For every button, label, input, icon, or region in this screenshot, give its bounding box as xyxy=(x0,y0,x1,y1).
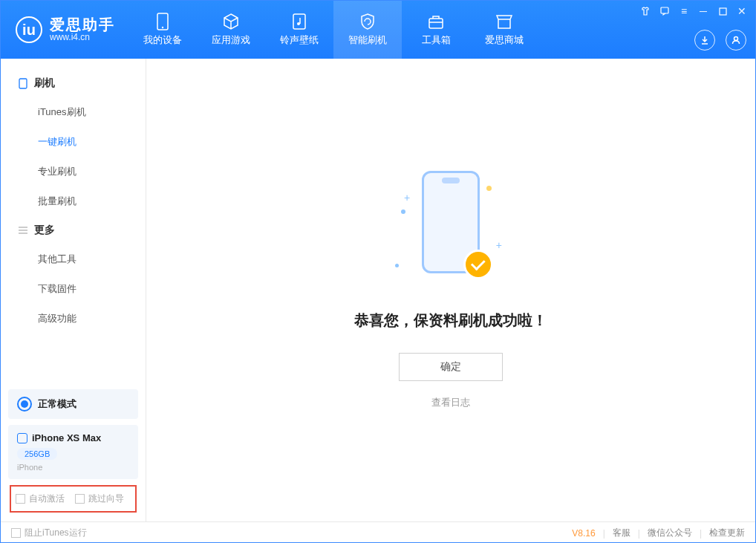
support-link[interactable]: 客服 xyxy=(613,527,630,539)
tab-label: 应用游戏 xyxy=(212,33,250,47)
tab-smart-flash[interactable]: 智能刷机 xyxy=(333,1,402,59)
sidebar-item-onekey-flash[interactable]: 一键刷机 xyxy=(1,127,146,157)
tab-label: 智能刷机 xyxy=(348,33,387,47)
feedback-icon[interactable] xyxy=(659,5,671,17)
header-bar: iu 爱思助手 www.i4.cn 我的设备 应用游戏 铃声壁纸 智能刷机 工具… xyxy=(1,1,755,59)
view-log-link[interactable]: 查看日志 xyxy=(431,396,470,409)
phone-small-icon xyxy=(17,433,27,443)
toolbox-icon xyxy=(427,13,445,30)
success-illustration: ++ xyxy=(395,171,506,290)
device-info-card[interactable]: iPhone XS Max 256GB iPhone xyxy=(8,425,138,479)
sidebar-group-more: 更多 xyxy=(1,216,146,244)
main-tabs: 我的设备 应用游戏 铃声壁纸 智能刷机 工具箱 爱思商城 xyxy=(128,1,538,59)
sidebar-item-advanced[interactable]: 高级功能 xyxy=(1,304,146,334)
svg-rect-9 xyxy=(19,79,27,88)
tab-toolbox[interactable]: 工具箱 xyxy=(402,1,470,59)
minimize-button[interactable]: ─ xyxy=(697,5,709,17)
close-button[interactable]: ✕ xyxy=(736,5,748,17)
tab-label: 爱思商城 xyxy=(485,33,524,47)
tab-label: 我的设备 xyxy=(143,33,182,47)
footer-bar: 阻止iTunes运行 V8.16 | 客服 | 微信公众号 | 检查更新 xyxy=(1,521,755,543)
main-content: ++ 恭喜您，保资料刷机成功啦！ 确定 查看日志 xyxy=(146,59,755,521)
group-label: 更多 xyxy=(34,224,55,237)
tab-label: 工具箱 xyxy=(422,33,451,47)
checkbox-icon xyxy=(75,494,85,504)
menu-icon[interactable]: ≡ xyxy=(678,5,690,17)
version-text: V8.16 xyxy=(572,528,595,539)
svg-point-1 xyxy=(162,27,163,28)
sidebar-group-flash: 刷机 xyxy=(1,69,146,97)
refresh-shield-icon xyxy=(359,13,377,30)
shirt-icon[interactable] xyxy=(639,5,651,17)
wechat-link[interactable]: 微信公众号 xyxy=(648,527,692,539)
checkbox-block-itunes[interactable]: 阻止iTunes运行 xyxy=(11,527,87,539)
svg-rect-7 xyxy=(661,7,668,13)
confirm-button[interactable]: 确定 xyxy=(399,353,503,381)
checkbox-icon xyxy=(16,494,25,504)
mode-icon xyxy=(17,397,32,412)
success-message: 恭喜您，保资料刷机成功啦！ xyxy=(354,310,547,331)
download-icon xyxy=(700,35,710,45)
device-footer: 正常模式 iPhone XS Max 256GB iPhone 自动激活 跳过向… xyxy=(1,382,146,521)
checkbox-label: 跳过向导 xyxy=(88,492,124,505)
check-icon xyxy=(463,250,493,279)
tab-my-device[interactable]: 我的设备 xyxy=(128,1,197,59)
window-controls: ≡ ─ ✕ xyxy=(639,5,748,17)
tab-apps-games[interactable]: 应用游戏 xyxy=(197,1,265,59)
device-type: iPhone xyxy=(17,463,129,472)
sidebar-item-pro-flash[interactable]: 专业刷机 xyxy=(1,157,146,186)
device-mode: 正常模式 xyxy=(38,397,76,411)
checkbox-icon xyxy=(11,528,21,538)
tab-label: 铃声壁纸 xyxy=(280,33,319,47)
svg-rect-4 xyxy=(429,19,443,28)
cube-icon xyxy=(222,13,240,30)
svg-point-6 xyxy=(734,37,738,41)
maximize-button[interactable] xyxy=(717,5,729,17)
store-icon xyxy=(495,13,513,30)
device-mode-card[interactable]: 正常模式 xyxy=(8,389,138,419)
list-icon xyxy=(17,225,28,236)
checkbox-label: 自动激活 xyxy=(29,492,65,505)
svg-rect-2 xyxy=(293,14,305,29)
app-name: 爱思助手 xyxy=(50,16,115,33)
sidebar-item-download-firmware[interactable]: 下载固件 xyxy=(1,274,146,304)
user-icon xyxy=(731,35,741,45)
svg-rect-8 xyxy=(720,8,726,15)
app-url: www.i4.cn xyxy=(50,33,115,42)
checkbox-auto-activate[interactable]: 自动激活 xyxy=(16,492,65,505)
device-name-text: iPhone XS Max xyxy=(32,432,101,443)
music-file-icon xyxy=(290,13,308,30)
checkbox-skip-guide[interactable]: 跳过向导 xyxy=(75,492,124,505)
sidebar-item-batch-flash[interactable]: 批量刷机 xyxy=(1,186,146,216)
tab-store[interactable]: 爱思商城 xyxy=(470,1,538,59)
group-label: 刷机 xyxy=(34,77,55,90)
sidebar: 刷机 iTunes刷机 一键刷机 专业刷机 批量刷机 更多 其他工具 下载固件 … xyxy=(1,59,146,521)
update-link[interactable]: 检查更新 xyxy=(709,527,745,539)
sidebar-item-other-tools[interactable]: 其他工具 xyxy=(1,244,146,274)
phone-icon xyxy=(154,13,172,30)
logo-icon: iu xyxy=(16,16,42,43)
tab-ringtones[interactable]: 铃声壁纸 xyxy=(265,1,333,59)
app-logo: iu 爱思助手 www.i4.cn xyxy=(1,1,128,59)
svg-point-3 xyxy=(297,22,300,25)
options-row: 自动激活 跳过向导 xyxy=(10,485,137,513)
checkbox-label: 阻止iTunes运行 xyxy=(25,527,87,539)
download-button[interactable] xyxy=(694,30,715,51)
sidebar-item-itunes-flash[interactable]: iTunes刷机 xyxy=(1,97,146,127)
user-button[interactable] xyxy=(726,30,746,51)
phone-small-icon xyxy=(17,78,28,89)
storage-badge: 256GB xyxy=(17,448,57,460)
